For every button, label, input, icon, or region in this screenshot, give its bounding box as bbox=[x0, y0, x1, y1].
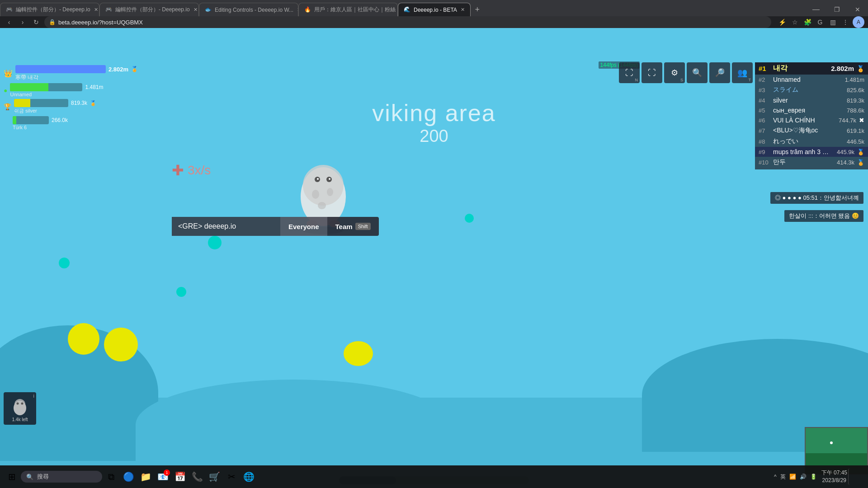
tab-bar: 🎮 編輯控件（部分）- Deepeep.io ✕ 🎮 編輯控件（部分）- Dee… bbox=[0, 0, 868, 16]
lb-flag-9: 🏅 bbox=[857, 149, 864, 155]
taskbar-clock[interactable]: 下午 07:45 2023/8/29 bbox=[821, 469, 847, 484]
lb-entry-8: #8 れっでい 446.5k bbox=[755, 136, 868, 147]
lb-name-8: れっでい bbox=[773, 137, 839, 145]
stat-row-4: 266.0k Türk 6 bbox=[4, 116, 138, 130]
taskbar-phone-icon[interactable]: 📞 bbox=[189, 469, 205, 485]
profile-avatar[interactable]: A bbox=[853, 16, 864, 28]
heal-cross-icon: ✚ bbox=[172, 162, 184, 179]
taskbar-lang-icon[interactable]: 英 bbox=[780, 473, 786, 481]
stat-2-label: Unnamed bbox=[10, 92, 103, 97]
lb-rank-5: #5 bbox=[759, 107, 770, 114]
search-button[interactable]: 🔍 bbox=[687, 62, 708, 83]
address-url[interactable]: beta.deeeep.io/?host=UQGBMX bbox=[58, 19, 767, 26]
minimize-button[interactable]: — bbox=[806, 3, 826, 16]
chat-input[interactable] bbox=[172, 217, 280, 236]
players-button[interactable]: 👥 T bbox=[732, 62, 753, 83]
translate-icon[interactable]: ⚡ bbox=[777, 17, 788, 28]
chat-everyone-label: Everyone bbox=[288, 223, 319, 230]
address-box[interactable]: 🔒 beta.deeeep.io/?host=UQGBMX bbox=[44, 16, 771, 28]
google-icon[interactable]: G bbox=[815, 17, 826, 28]
chat-team-button[interactable]: Team Shift bbox=[327, 217, 379, 236]
tab-1-close[interactable]: ✕ bbox=[94, 7, 98, 13]
map-button[interactable]: ⛶ N bbox=[619, 62, 640, 83]
fullscreen-button[interactable]: ⛶ bbox=[642, 62, 662, 83]
browser-chrome: 🎮 編輯控件（部分）- Deepeep.io ✕ 🎮 編輯控件（部分）- Dee… bbox=[0, 0, 868, 27]
area-score-text: 200 bbox=[372, 127, 495, 146]
tab-5[interactable]: 🌊 Deeeep.io - BETA ✕ bbox=[398, 3, 471, 16]
chat-message-1: ◎ ● ● ● ● 05:51：안녕핢서녀꼐 bbox=[770, 192, 863, 204]
lb-score-10: 414.3k bbox=[832, 159, 854, 166]
svg-point-8 bbox=[318, 202, 326, 209]
lb-rank-8: #8 bbox=[759, 138, 770, 145]
chat-team-label: Team bbox=[335, 223, 353, 230]
taskbar-mail-icon[interactable]: 📧 1 bbox=[155, 469, 171, 485]
chat-container: Everyone Team Shift bbox=[172, 217, 379, 236]
new-tab-button[interactable]: + bbox=[471, 3, 484, 16]
lb-score-1: 2.802m bbox=[831, 65, 854, 72]
address-bar-row: ‹ › ↻ 🔒 beta.deeeep.io/?host=UQGBMX ⚡ ☆ … bbox=[0, 16, 868, 28]
tab-5-label: Deeeep.io - BETA bbox=[414, 7, 457, 13]
sidebar-icon[interactable]: ▥ bbox=[827, 17, 838, 28]
taskbar-wifi-icon[interactable]: 📶 bbox=[789, 474, 796, 480]
task-view-button[interactable]: ⧉ bbox=[103, 469, 119, 485]
taskbar-chrome-icon[interactable]: 🌐 bbox=[241, 469, 257, 485]
stat-4-label: Türk 6 bbox=[13, 125, 68, 130]
taskbar-clip-icon[interactable]: ✂ bbox=[223, 469, 240, 485]
taskbar-chevron[interactable]: ^ bbox=[774, 474, 777, 480]
reload-button[interactable]: ↻ bbox=[31, 17, 42, 28]
svg-point-4 bbox=[317, 178, 319, 180]
settings-button[interactable]: ⚙ S bbox=[664, 62, 685, 83]
stat-3-icon: 🏆 bbox=[4, 103, 11, 110]
lb-score-6: 744.7k bbox=[834, 117, 856, 124]
lb-flag-1: 🏅 bbox=[857, 65, 864, 72]
lb-rank-2: #2 bbox=[759, 76, 770, 83]
lb-entry-1: #1 내각 2.802m 🏅 bbox=[755, 62, 868, 75]
start-menu-button[interactable]: ⊞ bbox=[4, 469, 20, 485]
show-desktop-button[interactable] bbox=[848, 469, 864, 485]
stat-2-icon: ● bbox=[4, 87, 7, 94]
stat-1-score: 2.802m bbox=[108, 66, 128, 73]
heal-indicator: ✚ 3x/s bbox=[172, 162, 211, 179]
tab-1[interactable]: 🎮 編輯控件（部分）- Deepeep.io ✕ bbox=[0, 3, 99, 16]
tab-3-favicon: 🐟 bbox=[205, 6, 212, 14]
lb-name-4: silver bbox=[773, 97, 839, 104]
taskbar-file-icon[interactable]: 📁 bbox=[137, 469, 154, 485]
chat-everyone-button[interactable]: Everyone bbox=[280, 217, 327, 236]
taskbar-search-label[interactable]: 搜尋 bbox=[37, 473, 49, 481]
tab-3[interactable]: 🐟 Editing Controls - Deeeep.io W... ✕ bbox=[199, 3, 298, 16]
more-icon[interactable]: ⋮ bbox=[840, 17, 851, 28]
back-button[interactable]: ‹ bbox=[4, 17, 14, 28]
lb-entry-4: #4 silver 819.3k bbox=[755, 95, 868, 105]
extensions-icon[interactable]: 🧩 bbox=[802, 17, 813, 28]
lb-name-6: VUI LÀ CHÍNH bbox=[773, 117, 831, 124]
tab-2[interactable]: 🎮 編輯控件（部分）- Deepeep.io ✕ bbox=[99, 3, 199, 16]
area-name-text: viking area bbox=[372, 99, 495, 127]
heal-rate-text: 3x/s bbox=[188, 163, 211, 178]
tab-5-close[interactable]: ✕ bbox=[461, 7, 465, 13]
yellow-food-1 bbox=[68, 323, 99, 355]
lb-name-5: сын_еврея bbox=[773, 107, 839, 114]
chat-msg-1-text: ◎ ● ● ● ● 05:51：안녕핢서녀꼐 bbox=[775, 194, 859, 201]
lb-entry-2: #2 Unnamed 1.481m bbox=[755, 75, 868, 84]
close-button[interactable]: ✕ bbox=[847, 3, 868, 16]
lb-entry-7: #7 <BLU>♡海龟oc 619.1k bbox=[755, 125, 868, 136]
lb-rank-10: #10 bbox=[759, 159, 770, 166]
taskbar-edge-icon[interactable]: 🔵 bbox=[120, 469, 137, 485]
food-dot-2 bbox=[59, 258, 70, 268]
taskbar-meet-icon[interactable]: 📅 bbox=[172, 469, 188, 485]
tab-2-close[interactable]: ✕ bbox=[193, 7, 198, 13]
zoom-icon: 🔎 bbox=[715, 68, 725, 78]
forward-button[interactable]: › bbox=[17, 17, 28, 28]
tab-2-favicon: 🎮 bbox=[105, 6, 113, 14]
zoom-button[interactable]: 🔎 bbox=[709, 62, 730, 83]
tab-4[interactable]: 🔥 用戶：維京人區｜社區中心｜粉絲 ✕ bbox=[298, 3, 398, 16]
restore-button[interactable]: ❐ bbox=[826, 3, 847, 16]
taskbar-search[interactable]: 🔍 搜尋 bbox=[21, 471, 102, 483]
taskbar-volume-icon[interactable]: 🔊 bbox=[800, 474, 807, 480]
taskbar-battery-icon[interactable]: 🔋 bbox=[810, 474, 817, 480]
fullscreen-icon: ⛶ bbox=[648, 68, 656, 78]
thumb-label-text: 1.4k left bbox=[12, 417, 28, 422]
windows-taskbar: ⊞ 🔍 搜尋 ⧉ 🔵 📁 📧 1 📅 📞 🛒 ✂ 🌐 ^ 英 📶 🔊 🔋 下午 … bbox=[0, 465, 868, 488]
bookmark-icon[interactable]: ☆ bbox=[789, 17, 800, 28]
taskbar-store-icon[interactable]: 🛒 bbox=[206, 469, 222, 485]
